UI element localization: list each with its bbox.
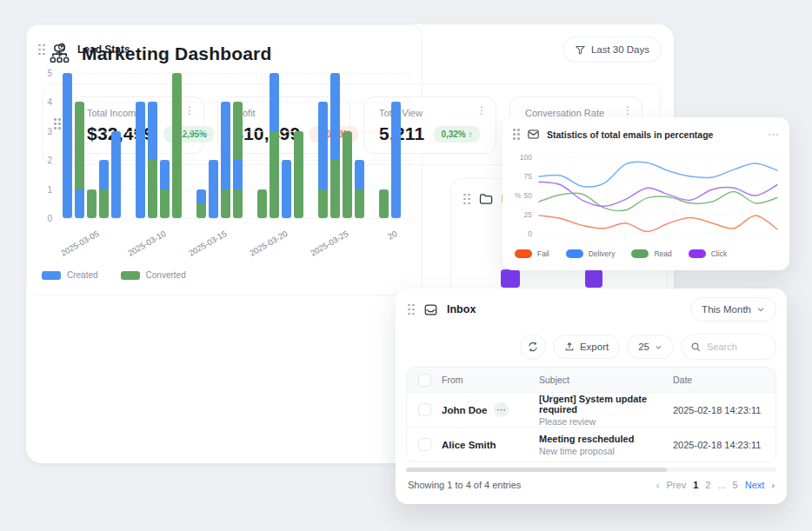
kebab-menu-icon[interactable]: ⋮	[476, 105, 487, 116]
stacked-bar	[294, 131, 303, 218]
bar-groups	[63, 73, 401, 218]
drag-handle-icon[interactable]	[38, 44, 45, 56]
stacked-bar	[391, 102, 401, 218]
stacked-bar	[111, 131, 121, 218]
search-input[interactable]	[707, 342, 768, 352]
gridline	[59, 218, 410, 219]
bar-segment	[75, 189, 84, 218]
bar-segment	[330, 73, 340, 160]
next-icon[interactable]: ›	[771, 480, 775, 490]
bar-segment	[330, 160, 340, 218]
search-box[interactable]	[681, 334, 776, 360]
refresh-button[interactable]	[520, 334, 546, 360]
legend-label: Delivery	[589, 249, 616, 258]
stacked-bar	[209, 160, 218, 218]
table-row[interactable]: John Doe···[Urgent] System update requir…	[407, 392, 775, 427]
stacked-bar	[221, 102, 230, 218]
legend-item-delivery: Delivery	[566, 249, 616, 258]
drag-handle-icon[interactable]	[463, 194, 470, 205]
bar-group	[63, 73, 121, 218]
export-icon	[564, 342, 575, 352]
stacked-bar	[148, 102, 157, 218]
export-button[interactable]: Export	[553, 335, 620, 359]
legend-label: Created	[67, 270, 98, 280]
period-select-button[interactable]: This Month	[690, 297, 776, 322]
prev-icon[interactable]: ‹	[656, 480, 660, 490]
bar-group	[196, 102, 243, 218]
stacked-bar	[87, 189, 97, 218]
bar-segment	[294, 131, 303, 218]
bar-segment	[160, 189, 170, 218]
bar-segment	[233, 160, 243, 189]
bar-segment	[196, 203, 206, 218]
row-checkbox[interactable]	[418, 403, 431, 416]
refresh-icon	[527, 341, 539, 353]
select-all-checkbox[interactable]	[418, 374, 431, 387]
prev-button[interactable]: Prev	[667, 480, 687, 490]
x-axis-label: 2025-03-15	[186, 229, 228, 258]
drag-handle-icon[interactable]	[408, 304, 415, 315]
bar-segment	[221, 102, 230, 189]
x-axis-label: 2025-03-20	[247, 229, 289, 258]
bar-segment	[355, 189, 364, 218]
y-axis-tick: 2	[33, 156, 52, 165]
x-axis-label: 2025-03-05	[58, 229, 100, 258]
from-cell: John Doe···	[442, 402, 539, 417]
bar-group	[379, 102, 401, 218]
subject-subtext: New time proposal	[539, 446, 673, 456]
row-menu-icon[interactable]: ···	[494, 402, 509, 417]
table-row[interactable]: Alice SmithMeeting rescheduledNew time p…	[407, 427, 775, 461]
email-stats-legend: FailDeliveryReadClick	[515, 249, 727, 258]
mail-icon	[527, 128, 540, 141]
bar-segment	[99, 189, 109, 218]
bar-segment	[148, 160, 157, 218]
stacked-bar	[318, 102, 328, 218]
row-checkbox[interactable]	[418, 438, 431, 451]
bar-segment	[221, 189, 230, 218]
horizontal-scrollbar[interactable]	[406, 468, 776, 472]
page-button-5[interactable]: 5	[733, 480, 738, 490]
stacked-bar	[172, 73, 182, 218]
svg-text:0: 0	[528, 229, 532, 238]
page-ellipsis[interactable]: ...	[717, 480, 725, 490]
scrollbar-thumb[interactable]	[406, 468, 667, 472]
legend-swatch	[631, 249, 649, 258]
dots-menu-icon[interactable]: ⋯	[768, 131, 779, 138]
funnel-icon	[575, 44, 586, 56]
column-header-from: From	[442, 375, 539, 385]
legend-label: Read	[654, 249, 671, 258]
folder-icon	[478, 191, 494, 207]
y-axis-tick: 0	[33, 214, 52, 223]
legend-swatch	[566, 249, 583, 258]
stacked-bar	[257, 189, 267, 218]
legend-label: Converted	[146, 270, 186, 280]
page-button-1[interactable]: 1	[693, 480, 698, 490]
drag-handle-icon[interactable]	[513, 129, 520, 140]
table-header-row: From Subject Date	[407, 368, 775, 392]
legend-item-click: Click	[689, 249, 727, 258]
page-size-select[interactable]: 25	[627, 335, 674, 359]
y-axis-tick: 5	[33, 69, 52, 78]
column-header-subject: Subject	[539, 375, 673, 385]
bar-segment	[148, 102, 157, 160]
page-button-2[interactable]: 2	[705, 480, 710, 490]
stacked-bar	[282, 160, 291, 218]
email-stats-card: Statistics of total emails in percentage…	[503, 117, 789, 270]
page-size-value: 25	[638, 342, 649, 352]
subject-cell: Meeting rescheduledNew time proposal	[539, 434, 673, 456]
last-30-days-filter-button[interactable]: Last 30 Days	[562, 37, 662, 63]
svg-text:25: 25	[524, 210, 533, 219]
followers-bar	[501, 269, 520, 288]
bar-segment	[343, 131, 352, 218]
next-button[interactable]: Next	[745, 480, 765, 490]
inbox-table: From Subject Date John Doe···[Urgent] Sy…	[406, 367, 776, 462]
bar-segment	[87, 189, 97, 218]
legend-label: Click	[711, 249, 727, 258]
kebab-menu-icon[interactable]: ⋮	[622, 105, 633, 116]
bar-segment	[391, 102, 401, 218]
x-axis-label: 20	[385, 229, 398, 242]
bar-group	[257, 73, 303, 218]
subject-cell: [Urgent] System update requiredPlease re…	[539, 394, 673, 427]
chevron-down-icon	[655, 343, 662, 351]
followers-bar	[585, 269, 602, 288]
